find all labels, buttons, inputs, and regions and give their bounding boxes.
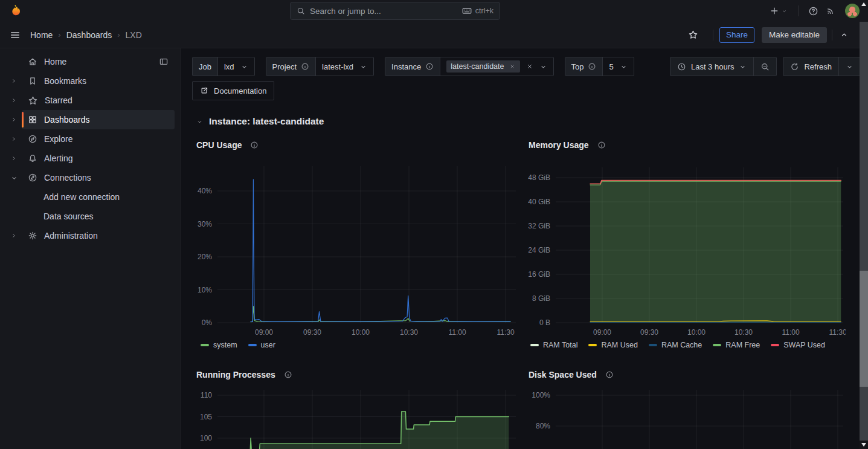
- legend-item-ram-used[interactable]: RAM Used: [588, 341, 637, 349]
- section-row-header[interactable]: Instance: latest-candidate: [196, 116, 324, 127]
- sidebar-link[interactable]: Dashboards: [22, 110, 175, 129]
- chevron-down-icon: [620, 63, 628, 71]
- clear-all-icon[interactable]: [526, 63, 533, 70]
- chevron-right-icon[interactable]: [6, 155, 22, 162]
- svg-text:10:00: 10:00: [687, 328, 706, 337]
- breadcrumb-item[interactable]: Dashboards: [66, 30, 112, 40]
- zoom-out-icon: [760, 62, 770, 71]
- search-icon: [297, 7, 305, 15]
- legend-item-swap-used[interactable]: SWAP Used: [771, 341, 825, 349]
- sidebar-item-label: Starred: [45, 95, 72, 105]
- legend-swatch: [771, 344, 779, 346]
- legend-item-user[interactable]: user: [248, 341, 275, 349]
- panel-title-memory-usage[interactable]: Memory Usage: [529, 140, 606, 150]
- svg-text:11:00: 11:00: [782, 328, 799, 337]
- filter-job-value[interactable]: lxd: [218, 57, 254, 76]
- sidebar-link[interactable]: Bookmarks: [22, 71, 175, 91]
- legend-swatch: [248, 344, 257, 346]
- scrollbar[interactable]: [860, 0, 868, 449]
- info-icon[interactable]: [250, 141, 259, 149]
- shortcut-label: ctrl+k: [475, 7, 493, 15]
- info-icon[interactable]: [301, 62, 309, 71]
- filter-project-value[interactable]: latest-lxd: [316, 57, 373, 76]
- chevron-right-icon[interactable]: [6, 116, 22, 123]
- chevron-down-icon[interactable]: [6, 174, 22, 182]
- grafana-logo[interactable]: [8, 4, 23, 18]
- chevron-down-icon: [539, 63, 547, 71]
- info-icon[interactable]: [597, 141, 606, 149]
- time-range-label: Last 3 hours: [691, 62, 735, 71]
- breadcrumb-separator: ›: [117, 30, 120, 39]
- info-icon[interactable]: [425, 62, 434, 71]
- panel-title-cpu-usage[interactable]: CPU Usage: [196, 140, 259, 150]
- legend-label: SWAP Used: [783, 341, 825, 349]
- search-input[interactable]: Search or jump to... ctrl+k: [290, 2, 500, 20]
- zoom-out-time-button[interactable]: [753, 57, 776, 76]
- legend-item-system[interactable]: system: [201, 341, 237, 349]
- sidebar-link[interactable]: Starred: [22, 91, 175, 110]
- chevron-right-icon[interactable]: [6, 135, 22, 143]
- mega-menu-toggle[interactable]: [7, 27, 23, 43]
- add-menu-button[interactable]: [767, 4, 791, 18]
- legend-item-ram-cache[interactable]: RAM Cache: [649, 341, 702, 349]
- sidebar-item-data-sources: Data sources: [6, 207, 175, 226]
- dock-icon[interactable]: [159, 57, 169, 66]
- avatar[interactable]: [845, 4, 860, 18]
- panel-title-disk-space-used[interactable]: Disk Space Used: [529, 370, 614, 380]
- cpu-usage-chart[interactable]: 0%10%20%30%40%09:0009:3010:0010:3011:001…: [192, 163, 518, 338]
- running-processes-chart[interactable]: 100105110: [192, 390, 518, 449]
- legend-swatch: [201, 344, 209, 346]
- news-button[interactable]: [823, 4, 838, 18]
- svg-text:48 GiB: 48 GiB: [528, 173, 550, 182]
- panel-title-running-processes[interactable]: Running Processes: [196, 370, 292, 380]
- time-range-button[interactable]: Last 3 hours: [670, 57, 754, 76]
- sidebar-link[interactable]: Explore: [22, 129, 175, 149]
- chevron-right-icon[interactable]: [6, 232, 22, 239]
- refresh-interval-button[interactable]: [838, 57, 860, 76]
- scroll-down-arrow[interactable]: [861, 443, 866, 447]
- instance-chip[interactable]: latest-candidate: [446, 60, 519, 73]
- dashboard-content: Job lxd Project latest-lxd: [181, 48, 868, 449]
- filter-bar: Job lxd Project latest-lxd: [192, 57, 861, 76]
- info-icon[interactable]: [605, 370, 614, 379]
- svg-text:20%: 20%: [198, 253, 212, 261]
- chevron-right-icon[interactable]: [6, 97, 22, 104]
- divider: [798, 5, 799, 16]
- documentation-label: Documentation: [214, 86, 266, 95]
- sidebar-link[interactable]: Add new connection: [22, 187, 175, 207]
- legend-item-ram-total[interactable]: RAM Total: [530, 341, 577, 349]
- breadcrumb-item[interactable]: Home: [30, 30, 53, 40]
- sidebar-link[interactable]: Alerting: [22, 149, 175, 168]
- refresh-button[interactable]: Refresh: [783, 57, 838, 76]
- breadcrumb: Home›Dashboards›LXD: [30, 30, 142, 40]
- scroll-up-arrow[interactable]: [861, 2, 866, 6]
- hamburger-icon: [10, 30, 21, 40]
- svg-text:11:00: 11:00: [448, 328, 466, 337]
- svg-text:0 B: 0 B: [539, 318, 550, 327]
- sidebar-item-label: Home: [44, 57, 66, 66]
- sidebar-link[interactable]: Administration: [22, 226, 175, 245]
- help-button[interactable]: [806, 4, 821, 19]
- documentation-button[interactable]: Documentation: [192, 81, 274, 100]
- legend-item-ram-free[interactable]: RAM Free: [713, 341, 760, 349]
- filter-instance-value[interactable]: latest-candidate: [440, 57, 553, 76]
- sidebar-link[interactable]: Data sources: [22, 207, 175, 226]
- remove-chip-icon[interactable]: [509, 64, 515, 69]
- scrollbar-thumb[interactable]: [860, 271, 868, 387]
- star-dashboard-button[interactable]: [686, 27, 701, 42]
- share-button[interactable]: Share: [719, 27, 754, 43]
- legend-label: system: [213, 341, 237, 349]
- collapse-toolbar-button[interactable]: [837, 28, 851, 42]
- chevron-right-icon[interactable]: [6, 77, 22, 85]
- memory-usage-chart[interactable]: 0 B8 GiB16 GiB24 GiB32 GiB40 GiB48 GiB09…: [527, 163, 846, 338]
- sidebar-item-label: Alerting: [44, 153, 72, 163]
- filter-top-value[interactable]: 5: [603, 57, 633, 76]
- breadcrumb-bar: Home›Dashboards›LXD Share Make editable: [0, 22, 868, 48]
- sidebar-link[interactable]: Connections: [22, 168, 175, 187]
- make-editable-button[interactable]: Make editable: [762, 27, 827, 43]
- gear-icon: [28, 231, 37, 241]
- disk-space-used-chart[interactable]: 100%80%: [527, 390, 846, 449]
- sidebar-link[interactable]: Home: [22, 52, 175, 71]
- info-icon[interactable]: [588, 62, 596, 71]
- info-icon[interactable]: [284, 370, 292, 379]
